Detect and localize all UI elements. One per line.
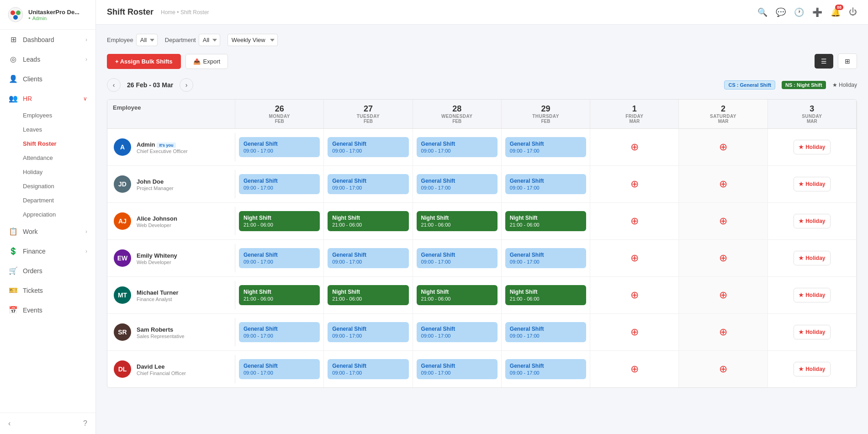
general-shift-card[interactable]: General Shift09:00 - 17:00: [505, 359, 586, 379]
export-button[interactable]: 📤 Export: [185, 54, 228, 69]
night-shift-card[interactable]: Night Shift21:00 - 06:00: [328, 211, 408, 231]
shift-cell-3-1: General Shift09:00 - 17:00: [324, 240, 413, 276]
employee-filter-label: Employee: [107, 37, 133, 43]
general-shift-card[interactable]: General Shift09:00 - 17:00: [328, 137, 408, 157]
sidebar-item-work[interactable]: 📋 Work ›: [0, 222, 95, 241]
sidebar-item-dashboard[interactable]: ⊞ Dashboard ›: [0, 30, 95, 49]
shift-cell-4-0: Night Shift21:00 - 06:00: [235, 277, 324, 313]
general-shift-card[interactable]: General Shift09:00 - 17:00: [328, 322, 408, 342]
date-range: 26 Feb - 03 Mar: [127, 81, 173, 89]
sidebar-item-orders[interactable]: 🛒 Orders: [0, 261, 95, 281]
holiday-cell: ★ Holiday: [772, 288, 852, 302]
general-shift-card[interactable]: General Shift09:00 - 17:00: [417, 137, 498, 157]
th-month-2: MAR: [684, 119, 762, 124]
help-icon[interactable]: ?: [83, 419, 87, 428]
employee-filter-select[interactable]: All: [136, 34, 158, 46]
general-shift-card[interactable]: General Shift09:00 - 17:00: [505, 174, 586, 194]
shift-cell-4-6: ★ Holiday: [768, 277, 857, 313]
collapse-icon[interactable]: ‹: [8, 419, 11, 428]
sidebar-item-leaves[interactable]: Leaves: [0, 122, 95, 137]
th-day-3: SUNDAY: [773, 114, 851, 119]
general-shift-card[interactable]: General Shift09:00 - 17:00: [505, 248, 586, 268]
list-view-button[interactable]: ☰: [815, 54, 833, 69]
col-header-3: 3 SUNDAY MAR: [768, 100, 857, 128]
topbar-left: Shift Roster Home • Shift Roster: [107, 7, 209, 17]
add-icon[interactable]: ➕: [812, 7, 822, 17]
holiday-cell: ★ Holiday: [772, 177, 852, 191]
sidebar-item-employees[interactable]: Employees: [0, 108, 95, 122]
calendar-nav-left: ‹ 26 Feb - 03 Mar ›: [107, 78, 193, 92]
sidebar-item-tickets[interactable]: 🎫 Tickets: [0, 281, 95, 300]
general-shift-card[interactable]: General Shift09:00 - 17:00: [239, 322, 320, 342]
table-row: DLDavid LeeChief Financial OfficerGenera…: [107, 351, 857, 387]
add-shift-button[interactable]: ⊕: [683, 178, 763, 190]
add-shift-button[interactable]: ⊕: [683, 363, 763, 375]
general-shift-card[interactable]: General Shift09:00 - 17:00: [417, 359, 498, 379]
add-shift-button[interactable]: ⊕: [594, 252, 675, 264]
shift-cell-1-6: ★ Holiday: [768, 166, 857, 202]
shift-cell-0-1: General Shift09:00 - 17:00: [324, 129, 413, 165]
general-shift-card[interactable]: General Shift09:00 - 17:00: [505, 137, 586, 157]
filter-view-button[interactable]: ⊞: [838, 53, 857, 69]
col-header-29: 29 THURSDAY FEB: [502, 100, 590, 128]
assign-bulk-shifts-button[interactable]: + Assign Bulk Shifts: [107, 54, 181, 69]
search-icon[interactable]: 🔍: [757, 7, 767, 17]
shift-cell-3-6: ★ Holiday: [768, 240, 857, 276]
add-shift-button[interactable]: ⊕: [683, 215, 763, 227]
add-shift-button[interactable]: ⊕: [683, 141, 763, 153]
sidebar-item-designation[interactable]: Designation: [0, 179, 95, 193]
export-icon: 📤: [193, 58, 201, 65]
add-shift-button[interactable]: ⊕: [594, 215, 675, 227]
night-shift-card[interactable]: Night Shift21:00 - 06:00: [239, 285, 320, 305]
sidebar-item-finance[interactable]: 💲 Finance ›: [0, 241, 95, 261]
notification-icon[interactable]: 🔔 88: [831, 7, 841, 17]
shift-cell-3-5: ⊕: [679, 240, 767, 276]
add-shift-button[interactable]: ⊕: [683, 326, 763, 338]
legend: CS : General Shift NS : Night Shift ★ Ho…: [724, 80, 857, 90]
shift-cell-4-2: Night Shift21:00 - 06:00: [413, 277, 502, 313]
add-shift-button[interactable]: ⊕: [594, 289, 675, 301]
night-shift-card[interactable]: Night Shift21:00 - 06:00: [417, 285, 498, 305]
night-shift-card[interactable]: Night Shift21:00 - 06:00: [328, 285, 408, 305]
employee-role: Web Developer: [137, 259, 177, 265]
department-filter-select[interactable]: All: [199, 34, 220, 46]
night-shift-card[interactable]: Night Shift21:00 - 06:00: [239, 211, 320, 231]
employee-cell-1: JDJohn DoeProject Manager: [107, 170, 235, 198]
general-shift-card[interactable]: General Shift09:00 - 17:00: [505, 322, 586, 342]
add-shift-button[interactable]: ⊕: [594, 363, 675, 375]
view-filter-select[interactable]: Weekly View Monthly View: [228, 34, 278, 46]
sidebar-item-hr[interactable]: 👥 HR ∨: [0, 89, 95, 108]
general-shift-card[interactable]: General Shift09:00 - 17:00: [239, 359, 320, 379]
sidebar-item-leads[interactable]: ◎ Leads ›: [0, 49, 95, 69]
chat-icon[interactable]: 💬: [776, 7, 786, 17]
general-shift-card[interactable]: General Shift09:00 - 17:00: [417, 322, 498, 342]
night-shift-card[interactable]: Night Shift21:00 - 06:00: [417, 211, 498, 231]
general-shift-card[interactable]: General Shift09:00 - 17:00: [328, 248, 408, 268]
prev-week-button[interactable]: ‹: [107, 78, 121, 92]
general-shift-card[interactable]: General Shift09:00 - 17:00: [417, 248, 498, 268]
add-shift-button[interactable]: ⊕: [594, 141, 675, 153]
general-shift-card[interactable]: General Shift09:00 - 17:00: [328, 174, 408, 194]
sidebar-item-holiday[interactable]: Holiday: [0, 165, 95, 179]
sidebar-item-attendance[interactable]: Attendance: [0, 151, 95, 165]
shift-cell-6-0: General Shift09:00 - 17:00: [235, 351, 324, 387]
next-week-button[interactable]: ›: [180, 78, 193, 92]
clock-icon[interactable]: 🕐: [794, 7, 804, 17]
general-shift-card[interactable]: General Shift09:00 - 17:00: [417, 174, 498, 194]
general-shift-card[interactable]: General Shift09:00 - 17:00: [328, 359, 408, 379]
add-shift-button[interactable]: ⊕: [594, 178, 675, 190]
add-shift-button[interactable]: ⊕: [683, 289, 763, 301]
sidebar-item-events[interactable]: 📅 Events: [0, 300, 95, 320]
add-shift-button[interactable]: ⊕: [683, 252, 763, 264]
night-shift-card[interactable]: Night Shift21:00 - 06:00: [505, 285, 586, 305]
sidebar-item-appreciation[interactable]: Appreciation: [0, 207, 95, 222]
sidebar-item-department[interactable]: Department: [0, 193, 95, 207]
general-shift-card[interactable]: General Shift09:00 - 17:00: [239, 248, 320, 268]
night-shift-card[interactable]: Night Shift21:00 - 06:00: [505, 211, 586, 231]
general-shift-card[interactable]: General Shift09:00 - 17:00: [239, 174, 320, 194]
add-shift-button[interactable]: ⊕: [594, 326, 675, 338]
sidebar-item-shift-roster[interactable]: Shift Roster: [0, 137, 95, 151]
sidebar-item-clients[interactable]: 👤 Clients: [0, 69, 95, 89]
general-shift-card[interactable]: General Shift09:00 - 17:00: [239, 137, 320, 157]
power-icon[interactable]: ⏻: [849, 7, 857, 17]
